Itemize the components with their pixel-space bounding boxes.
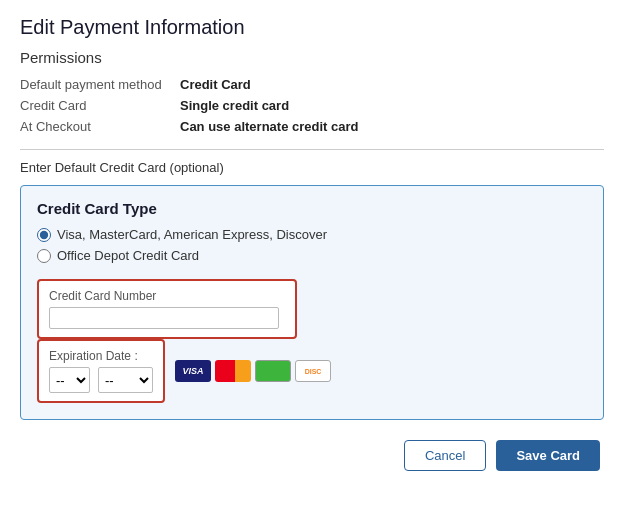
expiry-box: Expiration Date : -- 010203 040506 07080… — [37, 339, 165, 403]
permissions-table: Default payment method Credit Card Credi… — [20, 74, 604, 137]
expiry-and-logos: Expiration Date : -- 010203 040506 07080… — [37, 339, 587, 403]
green-logo — [255, 360, 291, 382]
expiry-row: -- 010203 040506 070809 101112 -- 202420… — [49, 367, 153, 393]
cc-number-label: Credit Card Number — [49, 289, 285, 303]
cancel-button[interactable]: Cancel — [404, 440, 486, 471]
discover-logo: DISC — [295, 360, 331, 382]
permission-value-2: Single credit card — [180, 95, 604, 116]
cc-number-input[interactable] — [49, 307, 279, 329]
expiry-label: Expiration Date : — [49, 349, 153, 363]
table-row: At Checkout Can use alternate credit car… — [20, 116, 604, 137]
radio-visa-input[interactable] — [37, 228, 51, 242]
radio-od-input[interactable] — [37, 249, 51, 263]
credit-card-subtitle: Enter Default Credit Card (optional) — [20, 160, 604, 175]
permission-value-1: Credit Card — [180, 74, 604, 95]
visa-logo: VISA — [175, 360, 211, 382]
radio-visa-text: Visa, MasterCard, American Express, Disc… — [57, 227, 327, 242]
page-title: Edit Payment Information — [20, 16, 604, 39]
radio-visa-label[interactable]: Visa, MasterCard, American Express, Disc… — [37, 227, 587, 242]
expiry-year-select[interactable]: -- 202420252026 202720282029 20302031203… — [98, 367, 153, 393]
permission-label-2: Credit Card — [20, 95, 180, 116]
cc-number-section: Credit Card Number — [37, 279, 297, 339]
mastercard-logo — [215, 360, 251, 382]
bottom-buttons: Cancel Save Card — [20, 440, 604, 471]
permissions-title: Permissions — [20, 49, 604, 66]
permission-label-1: Default payment method — [20, 74, 180, 95]
permission-value-3: Can use alternate credit card — [180, 116, 604, 137]
permission-label-3: At Checkout — [20, 116, 180, 137]
credit-card-box: Credit Card Type Visa, MasterCard, Ameri… — [20, 185, 604, 420]
save-card-button[interactable]: Save Card — [496, 440, 600, 471]
expiry-month-select[interactable]: -- 010203 040506 070809 101112 — [49, 367, 90, 393]
card-logos: VISA DISC — [175, 360, 331, 382]
table-row: Default payment method Credit Card — [20, 74, 604, 95]
radio-od-label[interactable]: Office Depot Credit Card — [37, 248, 587, 263]
table-row: Credit Card Single credit card — [20, 95, 604, 116]
card-box-title: Credit Card Type — [37, 200, 587, 217]
section-divider — [20, 149, 604, 150]
radio-od-text: Office Depot Credit Card — [57, 248, 199, 263]
